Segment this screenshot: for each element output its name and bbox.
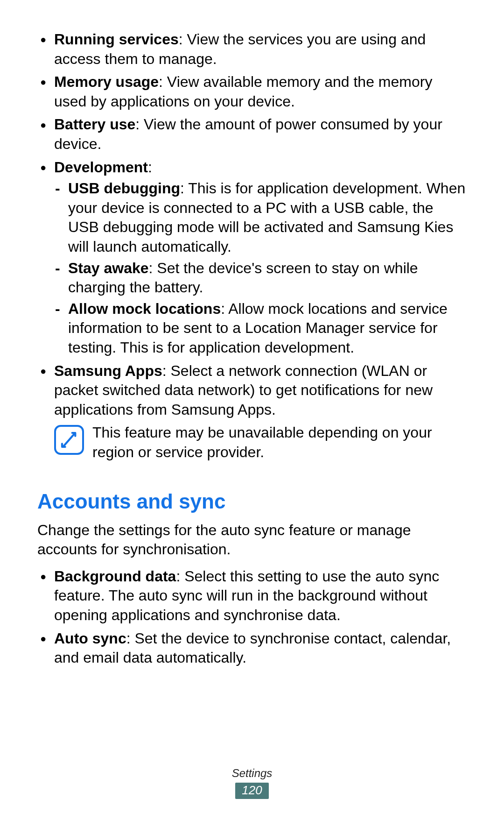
list-item: USB debugging: This is for application d… (54, 179, 467, 256)
item-label: Allow mock locations (68, 300, 221, 317)
list-item: Running services: View the services you … (37, 30, 467, 69)
section-heading-accounts-sync: Accounts and sync (37, 488, 467, 515)
list-item: Battery use: View the amount of power co… (37, 115, 467, 154)
item-label: Samsung Apps (54, 362, 162, 379)
list-item: Development: USB debugging: This is for … (37, 158, 467, 358)
item-label: Development (54, 159, 148, 176)
item-label: Auto sync (54, 630, 126, 647)
item-label: Battery use (54, 116, 135, 133)
item-label: Running services (54, 31, 179, 48)
list-item: Allow mock locations: Allow mock locatio… (54, 299, 467, 358)
page-content: Running services: View the services you … (37, 30, 467, 668)
item-label: Background data (54, 568, 176, 585)
list-item: Stay awake: Set the device's screen to s… (54, 259, 467, 297)
bullet-list-accounts: Background data: Select this setting to … (37, 567, 467, 668)
note-text: This feature may be unavailable dependin… (92, 423, 467, 462)
sub-list-development: USB debugging: This is for application d… (54, 179, 467, 357)
page-footer: Settings 120 (0, 767, 504, 799)
item-colon: : (148, 159, 152, 176)
list-item: Memory usage: View available memory and … (37, 72, 467, 111)
note-icon (54, 425, 84, 455)
page: Running services: View the services you … (0, 0, 504, 827)
footer-section-label: Settings (0, 767, 504, 780)
item-label: Memory usage (54, 73, 159, 90)
list-item: Background data: Select this setting to … (37, 567, 467, 625)
list-item: Samsung Apps: Select a network connectio… (37, 361, 467, 462)
list-item: Auto sync: Set the device to synchronise… (37, 629, 467, 668)
bullet-list-top: Running services: View the services you … (37, 30, 467, 462)
page-number-badge: 120 (235, 783, 268, 799)
item-label: Stay awake (68, 260, 149, 276)
note-row: This feature may be unavailable dependin… (54, 423, 467, 462)
section-intro: Change the settings for the auto sync fe… (37, 521, 467, 559)
item-label: USB debugging (68, 180, 180, 197)
